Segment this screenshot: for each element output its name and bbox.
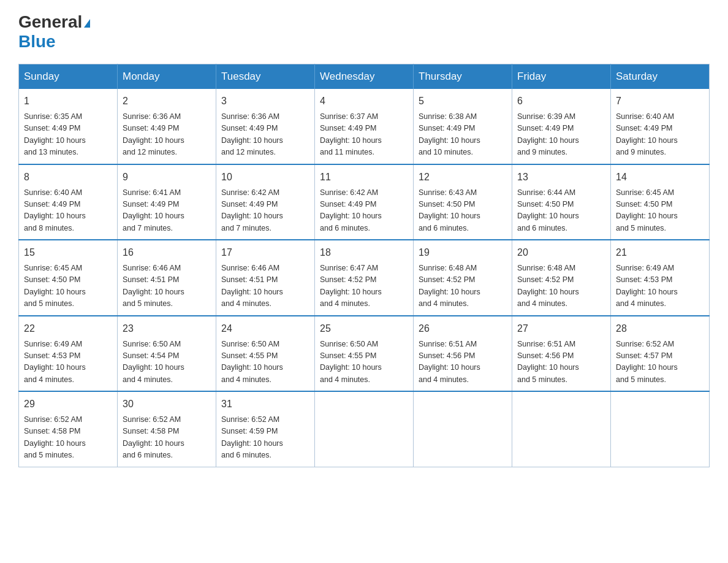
day-info: Sunrise: 6:52 AMSunset: 4:58 PMDaylight:… bbox=[24, 414, 112, 462]
day-info: Sunrise: 6:50 AMSunset: 4:54 PMDaylight:… bbox=[123, 339, 211, 386]
day-number: 19 bbox=[419, 245, 507, 260]
calendar-table: SundayMondayTuesdayWednesdayThursdayFrid… bbox=[18, 64, 710, 467]
day-number: 22 bbox=[24, 321, 112, 336]
day-number: 16 bbox=[123, 245, 211, 260]
calendar-cell: 31 Sunrise: 6:52 AMSunset: 4:59 PMDaylig… bbox=[216, 391, 315, 467]
day-number: 29 bbox=[24, 397, 112, 412]
day-info: Sunrise: 6:48 AMSunset: 4:52 PMDaylight:… bbox=[419, 262, 507, 310]
day-number: 23 bbox=[123, 321, 211, 336]
calendar-cell: 5 Sunrise: 6:38 AMSunset: 4:49 PMDayligh… bbox=[414, 89, 512, 164]
logo: General Blue bbox=[18, 12, 90, 52]
day-info: Sunrise: 6:50 AMSunset: 4:55 PMDaylight:… bbox=[221, 339, 309, 386]
day-info: Sunrise: 6:42 AMSunset: 4:49 PMDaylight:… bbox=[320, 187, 408, 235]
day-info: Sunrise: 6:46 AMSunset: 4:51 PMDaylight:… bbox=[221, 262, 309, 310]
day-info: Sunrise: 6:52 AMSunset: 4:58 PMDaylight:… bbox=[123, 414, 211, 462]
calendar-cell: 23 Sunrise: 6:50 AMSunset: 4:54 PMDaylig… bbox=[118, 316, 216, 392]
weekday-header-monday: Monday bbox=[118, 64, 216, 90]
calendar-cell: 17 Sunrise: 6:46 AMSunset: 4:51 PMDaylig… bbox=[216, 240, 315, 316]
calendar-cell: 30 Sunrise: 6:52 AMSunset: 4:58 PMDaylig… bbox=[118, 391, 216, 467]
day-info: Sunrise: 6:47 AMSunset: 4:52 PMDaylight:… bbox=[320, 262, 408, 310]
page-header: General Blue bbox=[18, 12, 710, 52]
day-number: 25 bbox=[320, 321, 408, 336]
calendar-cell: 22 Sunrise: 6:49 AMSunset: 4:53 PMDaylig… bbox=[19, 316, 118, 392]
calendar-cell: 27 Sunrise: 6:51 AMSunset: 4:56 PMDaylig… bbox=[512, 316, 611, 392]
day-info: Sunrise: 6:42 AMSunset: 4:49 PMDaylight:… bbox=[221, 187, 309, 235]
day-number: 31 bbox=[221, 397, 309, 412]
calendar-cell: 16 Sunrise: 6:46 AMSunset: 4:51 PMDaylig… bbox=[118, 240, 216, 316]
day-number: 28 bbox=[616, 321, 704, 336]
week-row-3: 15 Sunrise: 6:45 AMSunset: 4:50 PMDaylig… bbox=[19, 240, 710, 316]
day-number: 7 bbox=[616, 94, 704, 109]
weekday-header-wednesday: Wednesday bbox=[315, 64, 414, 90]
day-number: 30 bbox=[123, 397, 211, 412]
day-number: 13 bbox=[517, 170, 605, 185]
day-number: 3 bbox=[221, 94, 309, 109]
week-row-4: 22 Sunrise: 6:49 AMSunset: 4:53 PMDaylig… bbox=[19, 316, 710, 392]
calendar-cell: 4 Sunrise: 6:37 AMSunset: 4:49 PMDayligh… bbox=[315, 89, 414, 164]
day-number: 4 bbox=[320, 94, 408, 109]
logo-general: General bbox=[18, 12, 82, 31]
calendar-cell bbox=[315, 391, 414, 467]
day-info: Sunrise: 6:43 AMSunset: 4:50 PMDaylight:… bbox=[419, 187, 507, 235]
weekday-header-tuesday: Tuesday bbox=[216, 64, 315, 90]
day-number: 2 bbox=[123, 94, 211, 109]
day-number: 11 bbox=[320, 170, 408, 185]
day-info: Sunrise: 6:40 AMSunset: 4:49 PMDaylight:… bbox=[24, 187, 112, 235]
day-info: Sunrise: 6:52 AMSunset: 4:57 PMDaylight:… bbox=[616, 339, 704, 386]
calendar-cell: 29 Sunrise: 6:52 AMSunset: 4:58 PMDaylig… bbox=[19, 391, 118, 467]
day-info: Sunrise: 6:39 AMSunset: 4:49 PMDaylight:… bbox=[517, 111, 605, 159]
calendar-cell: 13 Sunrise: 6:44 AMSunset: 4:50 PMDaylig… bbox=[512, 164, 611, 240]
calendar-cell bbox=[512, 391, 611, 467]
day-info: Sunrise: 6:35 AMSunset: 4:49 PMDaylight:… bbox=[24, 111, 112, 159]
calendar-cell bbox=[414, 391, 512, 467]
day-info: Sunrise: 6:36 AMSunset: 4:49 PMDaylight:… bbox=[123, 111, 211, 159]
calendar-body: 1 Sunrise: 6:35 AMSunset: 4:49 PMDayligh… bbox=[19, 89, 710, 467]
day-number: 27 bbox=[517, 321, 605, 336]
calendar-cell: 1 Sunrise: 6:35 AMSunset: 4:49 PMDayligh… bbox=[19, 89, 118, 164]
day-number: 18 bbox=[320, 245, 408, 260]
logo-blue: Blue bbox=[18, 32, 56, 51]
day-info: Sunrise: 6:48 AMSunset: 4:52 PMDaylight:… bbox=[517, 262, 605, 310]
calendar-cell: 6 Sunrise: 6:39 AMSunset: 4:49 PMDayligh… bbox=[512, 89, 611, 164]
logo-text: General Blue bbox=[18, 12, 90, 52]
weekday-header-thursday: Thursday bbox=[414, 64, 512, 90]
day-number: 17 bbox=[221, 245, 309, 260]
day-info: Sunrise: 6:51 AMSunset: 4:56 PMDaylight:… bbox=[419, 339, 507, 386]
day-number: 15 bbox=[24, 245, 112, 260]
day-info: Sunrise: 6:50 AMSunset: 4:55 PMDaylight:… bbox=[320, 339, 408, 386]
week-row-1: 1 Sunrise: 6:35 AMSunset: 4:49 PMDayligh… bbox=[19, 89, 710, 164]
calendar-cell: 15 Sunrise: 6:45 AMSunset: 4:50 PMDaylig… bbox=[19, 240, 118, 316]
calendar-cell: 3 Sunrise: 6:36 AMSunset: 4:49 PMDayligh… bbox=[216, 89, 315, 164]
calendar-cell: 14 Sunrise: 6:45 AMSunset: 4:50 PMDaylig… bbox=[611, 164, 710, 240]
day-info: Sunrise: 6:41 AMSunset: 4:49 PMDaylight:… bbox=[123, 187, 211, 235]
calendar-cell: 21 Sunrise: 6:49 AMSunset: 4:53 PMDaylig… bbox=[611, 240, 710, 316]
day-info: Sunrise: 6:49 AMSunset: 4:53 PMDaylight:… bbox=[616, 262, 704, 310]
weekday-header-friday: Friday bbox=[512, 64, 611, 90]
day-info: Sunrise: 6:51 AMSunset: 4:56 PMDaylight:… bbox=[517, 339, 605, 386]
weekday-row: SundayMondayTuesdayWednesdayThursdayFrid… bbox=[19, 64, 710, 90]
calendar-cell: 20 Sunrise: 6:48 AMSunset: 4:52 PMDaylig… bbox=[512, 240, 611, 316]
calendar-cell: 8 Sunrise: 6:40 AMSunset: 4:49 PMDayligh… bbox=[19, 164, 118, 240]
calendar-cell: 19 Sunrise: 6:48 AMSunset: 4:52 PMDaylig… bbox=[414, 240, 512, 316]
week-row-2: 8 Sunrise: 6:40 AMSunset: 4:49 PMDayligh… bbox=[19, 164, 710, 240]
day-info: Sunrise: 6:40 AMSunset: 4:49 PMDaylight:… bbox=[616, 111, 704, 159]
day-number: 10 bbox=[221, 170, 309, 185]
day-info: Sunrise: 6:45 AMSunset: 4:50 PMDaylight:… bbox=[24, 262, 112, 310]
calendar-cell: 12 Sunrise: 6:43 AMSunset: 4:50 PMDaylig… bbox=[414, 164, 512, 240]
day-info: Sunrise: 6:37 AMSunset: 4:49 PMDaylight:… bbox=[320, 111, 408, 159]
day-info: Sunrise: 6:52 AMSunset: 4:59 PMDaylight:… bbox=[221, 414, 309, 462]
calendar-cell: 10 Sunrise: 6:42 AMSunset: 4:49 PMDaylig… bbox=[216, 164, 315, 240]
day-info: Sunrise: 6:45 AMSunset: 4:50 PMDaylight:… bbox=[616, 187, 704, 235]
calendar-cell: 9 Sunrise: 6:41 AMSunset: 4:49 PMDayligh… bbox=[118, 164, 216, 240]
day-info: Sunrise: 6:38 AMSunset: 4:49 PMDaylight:… bbox=[419, 111, 507, 159]
day-info: Sunrise: 6:36 AMSunset: 4:49 PMDaylight:… bbox=[221, 111, 309, 159]
calendar-header: SundayMondayTuesdayWednesdayThursdayFrid… bbox=[19, 64, 710, 90]
calendar-cell bbox=[611, 391, 710, 467]
day-number: 21 bbox=[616, 245, 704, 260]
day-info: Sunrise: 6:49 AMSunset: 4:53 PMDaylight:… bbox=[24, 339, 112, 386]
day-number: 8 bbox=[24, 170, 112, 185]
day-number: 20 bbox=[517, 245, 605, 260]
calendar-cell: 25 Sunrise: 6:50 AMSunset: 4:55 PMDaylig… bbox=[315, 316, 414, 392]
day-info: Sunrise: 6:44 AMSunset: 4:50 PMDaylight:… bbox=[517, 187, 605, 235]
calendar-cell: 28 Sunrise: 6:52 AMSunset: 4:57 PMDaylig… bbox=[611, 316, 710, 392]
